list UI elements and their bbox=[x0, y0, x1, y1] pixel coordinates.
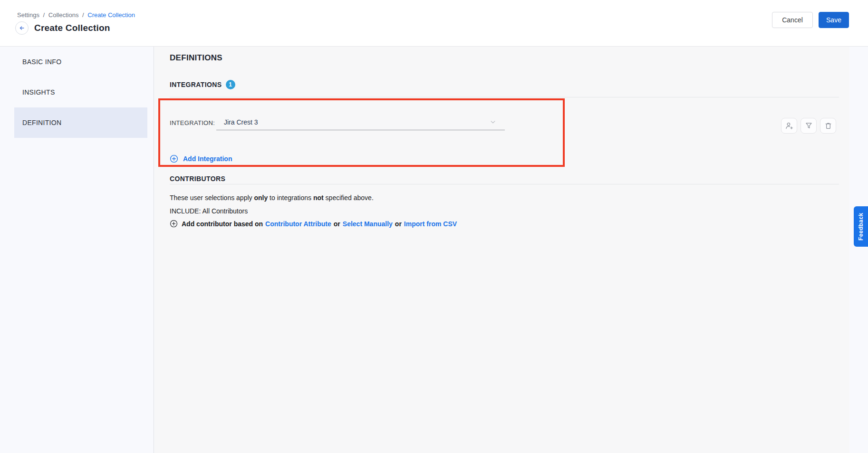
divider bbox=[170, 97, 839, 97]
integrations-section-label: INTEGRATIONS bbox=[170, 81, 222, 88]
note-text: specified above. bbox=[324, 194, 374, 202]
or-text: or bbox=[334, 220, 340, 228]
integration-select[interactable]: Jira Crest 3 bbox=[216, 115, 505, 130]
filter-button[interactable] bbox=[800, 118, 817, 134]
add-contributor-prefix: Add contributor based on bbox=[182, 220, 263, 228]
main-content: DEFINITIONS INTEGRATIONS 1 INTEGRATION: … bbox=[154, 47, 849, 453]
add-integration-link[interactable]: Add Integration bbox=[170, 154, 232, 163]
integration-row-actions bbox=[781, 118, 836, 134]
integration-label: INTEGRATION: bbox=[170, 119, 215, 126]
page: Settings / Collections / Create Collecti… bbox=[0, 0, 868, 453]
feedback-tab[interactable]: Feedback bbox=[854, 206, 868, 247]
note-bold-not: not bbox=[313, 194, 324, 202]
contributors-section-header: CONTRIBUTORS bbox=[170, 175, 225, 183]
import-from-csv-link[interactable]: Import from CSV bbox=[404, 220, 457, 228]
breadcrumb-settings[interactable]: Settings bbox=[17, 11, 39, 19]
sidebar-item-basic-info[interactable]: BASIC INFO bbox=[14, 47, 147, 77]
breadcrumb-separator: / bbox=[43, 11, 45, 19]
note-text: These user selections apply bbox=[170, 194, 254, 202]
select-manually-link[interactable]: Select Manually bbox=[343, 220, 393, 228]
contributor-attribute-link[interactable]: Contributor Attribute bbox=[265, 220, 331, 228]
back-arrow-icon bbox=[19, 25, 25, 31]
breadcrumb-separator: / bbox=[82, 11, 84, 19]
include-line: INCLUDE: All Contributors bbox=[170, 207, 248, 215]
title-row: Create Collection bbox=[15, 21, 110, 35]
contributors-note: These user selections apply only to inte… bbox=[170, 194, 374, 202]
add-integration-label: Add Integration bbox=[183, 155, 232, 163]
trash-icon bbox=[824, 122, 832, 130]
contributors-section-label: CONTRIBUTORS bbox=[170, 175, 225, 183]
add-user-icon bbox=[785, 122, 793, 130]
save-button[interactable]: Save bbox=[819, 12, 849, 28]
integrations-count-badge: 1 bbox=[226, 80, 235, 89]
add-user-button[interactable] bbox=[781, 118, 797, 134]
filter-icon bbox=[805, 122, 813, 130]
sidebar-item-definition[interactable]: DEFINITION bbox=[14, 107, 147, 138]
page-header: Settings / Collections / Create Collecti… bbox=[0, 0, 868, 47]
back-button[interactable] bbox=[15, 21, 29, 35]
breadcrumb-current[interactable]: Create Collection bbox=[87, 11, 135, 19]
plus-circle-icon[interactable] bbox=[170, 220, 178, 228]
integrations-section-header: INTEGRATIONS 1 bbox=[170, 80, 235, 89]
header-actions: Cancel Save bbox=[772, 12, 849, 28]
add-contributor-row: Add contributor based on Contributor Att… bbox=[170, 220, 457, 228]
divider bbox=[170, 184, 839, 184]
or-text: or bbox=[395, 220, 402, 228]
breadcrumb-collections[interactable]: Collections bbox=[48, 11, 79, 19]
chevron-down-icon bbox=[490, 119, 496, 127]
sidebar: BASIC INFO INSIGHTS DEFINITION bbox=[0, 47, 154, 453]
breadcrumb: Settings / Collections / Create Collecti… bbox=[17, 11, 135, 19]
plus-circle-icon bbox=[170, 154, 178, 163]
note-bold-only: only bbox=[254, 194, 268, 202]
sidebar-item-insights[interactable]: INSIGHTS bbox=[14, 77, 147, 107]
definitions-heading: DEFINITIONS bbox=[170, 53, 222, 63]
note-text: to integrations bbox=[268, 194, 313, 202]
cancel-button[interactable]: Cancel bbox=[772, 12, 813, 28]
page-title: Create Collection bbox=[34, 23, 110, 33]
delete-button[interactable] bbox=[820, 118, 836, 134]
integration-select-value: Jira Crest 3 bbox=[224, 118, 258, 126]
